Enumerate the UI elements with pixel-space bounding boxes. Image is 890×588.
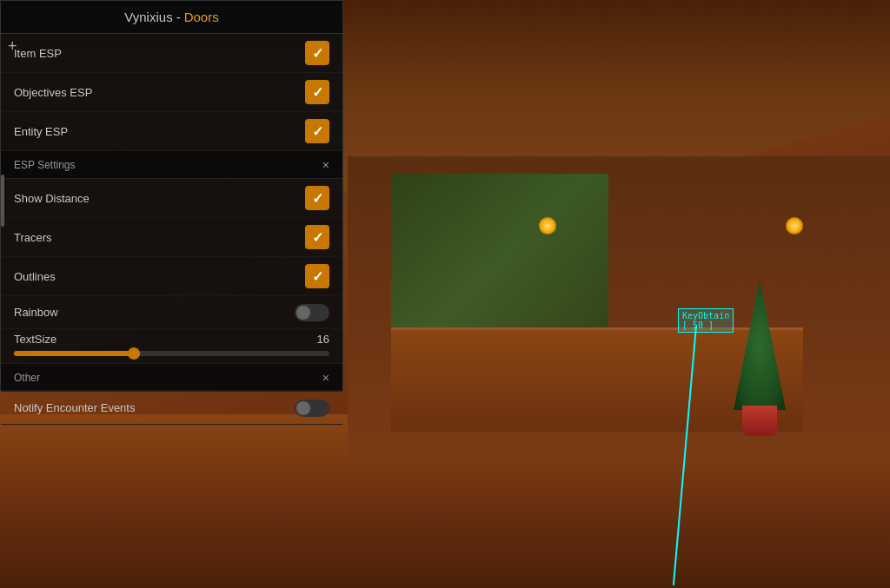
objectives-esp-label: Objectives ESP (14, 86, 92, 99)
show-distance-row: Show Distance (1, 179, 342, 218)
item-esp-row: Item ESP (1, 34, 342, 73)
textsize-slider-row: TextSize 16 (1, 329, 342, 364)
other-label: Other (14, 372, 40, 384)
decorative-tree (734, 280, 786, 436)
objectives-esp-row: Objectives ESP (1, 73, 342, 112)
notify-encounter-knob (296, 401, 310, 415)
esp-overlay-label: KeyObtain [ 50 ] (678, 308, 734, 333)
tree-top (734, 280, 786, 410)
rainbow-toggle[interactable] (295, 304, 329, 321)
rainbow-row: Rainbow (1, 296, 342, 329)
other-section-header: Other × (1, 364, 342, 392)
show-distance-label: Show Distance (14, 192, 90, 205)
item-esp-checkbox[interactable] (305, 41, 329, 65)
outlines-label: Outlines (14, 270, 56, 283)
lamp-left (539, 217, 556, 235)
objectives-esp-checkbox[interactable] (305, 80, 329, 104)
panel-title-sep: - (176, 10, 181, 24)
green-wall-decor (391, 174, 608, 347)
entity-esp-label: Entity ESP (14, 125, 68, 138)
other-close[interactable]: × (322, 371, 329, 385)
tracers-checkbox[interactable] (305, 225, 329, 249)
notify-encounter-label: Notify Encounter Events (14, 401, 135, 414)
textsize-track[interactable] (14, 351, 329, 356)
add-button[interactable]: + (8, 37, 17, 56)
outlines-row: Outlines (1, 257, 342, 296)
tree-pot (742, 406, 777, 436)
esp-settings-header: ESP Settings × (1, 151, 342, 179)
show-distance-checkbox[interactable] (305, 186, 329, 210)
esp-panel: Vynixius - Doors + Item ESP Objectives E… (0, 0, 343, 391)
textsize-fill (14, 351, 140, 356)
notify-encounter-toggle[interactable] (295, 400, 329, 417)
entity-esp-row: Entity ESP (1, 112, 342, 151)
textsize-label: TextSize (14, 333, 56, 346)
outlines-checkbox[interactable] (305, 264, 329, 288)
tracers-label: Tracers (14, 231, 52, 244)
notify-encounter-row: Notify Encounter Events (1, 392, 342, 425)
panel-header: Vynixius - Doors (1, 1, 342, 34)
esp-settings-close[interactable]: × (322, 158, 329, 172)
esp-settings-label: ESP Settings (14, 159, 76, 171)
textsize-value: 16 (317, 333, 329, 346)
panel-title-user: Vynixius (124, 10, 172, 24)
item-esp-label: Item ESP (14, 47, 62, 60)
rainbow-label: Rainbow (14, 306, 58, 319)
entity-esp-checkbox[interactable] (305, 119, 329, 143)
scroll-indicator (1, 175, 4, 227)
lamp-right (786, 217, 803, 235)
textsize-label-row: TextSize 16 (14, 333, 329, 346)
rainbow-toggle-knob (296, 306, 310, 320)
tracers-row: Tracers (1, 218, 342, 257)
panel-title-section: Doors (184, 10, 219, 24)
textsize-thumb[interactable] (128, 347, 140, 360)
